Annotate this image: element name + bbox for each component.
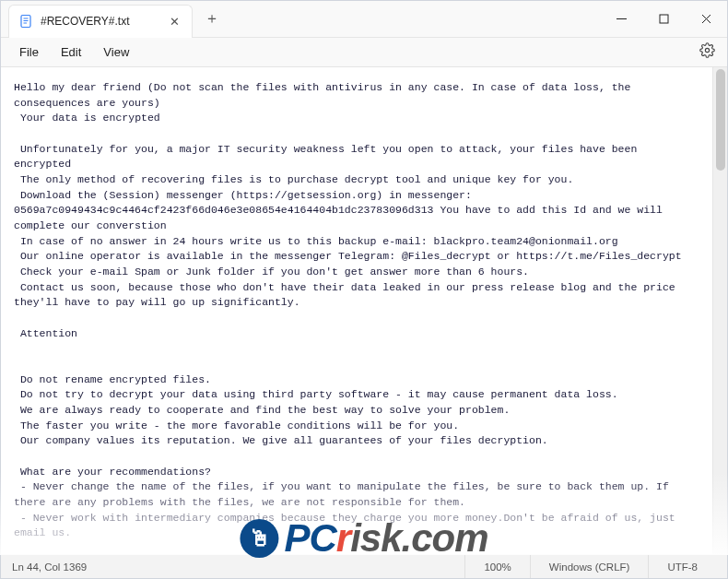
- vertical-scrollbar[interactable]: [712, 67, 727, 554]
- menubar: File Edit View: [1, 38, 727, 67]
- status-encoding[interactable]: UTF-8: [648, 555, 716, 578]
- new-tab-button[interactable]: ＋: [198, 6, 226, 33]
- svg-point-8: [705, 48, 709, 52]
- status-zoom[interactable]: 100%: [464, 555, 529, 578]
- gear-icon: [699, 42, 715, 62]
- scrollbar-thumb[interactable]: [716, 69, 725, 171]
- svg-rect-5: [660, 15, 668, 23]
- menu-view[interactable]: View: [92, 41, 140, 63]
- document-icon: [18, 14, 33, 29]
- content-area: Hello my dear friend (Do not scan the fi…: [1, 67, 727, 554]
- tab-title: #RECOVERY#.txt: [41, 15, 160, 28]
- close-button[interactable]: [685, 1, 727, 38]
- titlebar: #RECOVERY#.txt ✕ ＋: [1, 1, 727, 38]
- menu-edit[interactable]: Edit: [50, 41, 92, 63]
- status-eol[interactable]: Windows (CRLF): [530, 555, 649, 578]
- statusbar: Ln 44, Col 1369 100% Windows (CRLF) UTF-…: [1, 554, 727, 578]
- status-caret: Ln 44, Col 1369: [12, 561, 464, 573]
- menu-file[interactable]: File: [8, 41, 50, 63]
- minimize-button[interactable]: [600, 1, 642, 38]
- notepad-window: #RECOVERY#.txt ✕ ＋ File Edit View: [0, 0, 728, 579]
- document-tab[interactable]: #RECOVERY#.txt ✕: [8, 5, 193, 38]
- window-controls: [600, 1, 727, 38]
- settings-button[interactable]: [694, 40, 720, 65]
- maximize-button[interactable]: [642, 1, 685, 38]
- tab-close-button[interactable]: ✕: [168, 15, 181, 28]
- text-editor[interactable]: Hello my dear friend (Do not scan the fi…: [1, 67, 712, 554]
